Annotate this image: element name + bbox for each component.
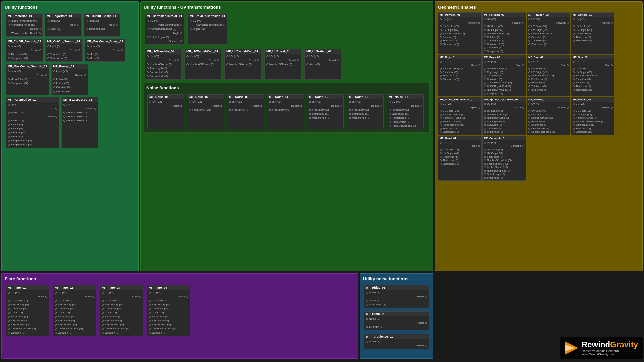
node-row: Sharpness (S) — [440, 162, 480, 166]
node-row: MaskValue (S) — [8, 77, 47, 81]
port-in — [147, 67, 149, 69]
node-title: MF_UVRadialWarp_02 — [225, 49, 261, 54]
port-in — [484, 173, 486, 175]
port-in — [8, 140, 10, 142]
node-row: UV (V2) — [528, 102, 569, 106]
node-mf-bezier: MF_BezierCurve_01 I (S) Bezier Control p… — [61, 97, 98, 148]
port-in — [53, 82, 55, 84]
node-row: Polar Coordinates — [147, 23, 182, 27]
node-row: NumberOfRays (S) — [484, 67, 524, 71]
node-row: UV Origin (V2) — [440, 152, 480, 155]
node-title: MF_Flower_01 — [527, 97, 570, 102]
port-in — [573, 71, 575, 73]
port-in — [309, 117, 311, 119]
port-in — [102, 328, 104, 330]
node-row: Frequency (S) — [389, 108, 422, 112]
port-in — [149, 304, 151, 306]
port-in — [440, 71, 442, 73]
port-out — [45, 74, 47, 76]
port-in — [573, 117, 575, 119]
node-row: UV (V2) — [573, 60, 613, 64]
node-row: UV Scale (V2) — [102, 299, 141, 303]
port-out — [92, 296, 94, 298]
port-in — [266, 55, 268, 57]
port-in — [528, 131, 530, 133]
node-row: UV Scale (V2) — [484, 25, 524, 28]
port-in — [229, 109, 231, 111]
port-in — [528, 82, 530, 84]
port-in — [63, 104, 65, 106]
node-title: MF_Noise_03 — [227, 95, 264, 99]
node-row: UV Origin (V2) — [528, 28, 569, 32]
port-in — [102, 300, 104, 302]
port-out — [260, 105, 262, 107]
node-row: Curvature (S) — [528, 36, 569, 39]
node-row: Result — [47, 23, 79, 27]
node-row: Curvature (S) — [573, 32, 613, 36]
node-row: ImageToPosterize (V3) — [8, 19, 41, 23]
node-row: Sharpness (S) — [573, 39, 613, 43]
port-in — [102, 312, 104, 314]
node-row: RayContrast (S) — [149, 323, 188, 327]
node-row: UV Origin (V2) — [440, 28, 480, 32]
node-row: Flare — [55, 295, 94, 299]
node-row: Thickness (S) — [484, 127, 524, 131]
node-row: Result — [8, 27, 41, 31]
port-in — [484, 170, 486, 172]
node-title: MF_Logarithm_01 — [45, 14, 81, 18]
port-in — [440, 114, 442, 116]
port-in — [484, 71, 486, 73]
port-in — [8, 332, 10, 334]
node-row: Angle — [147, 31, 182, 35]
node-row: UV (V2) — [226, 54, 259, 58]
port-in — [269, 101, 271, 103]
node-noise02: MF_Noise_02 UV (V2) Result Frequency (V2… — [187, 94, 224, 129]
node-title: MF_Flower_02 — [571, 97, 614, 102]
node-row: Rotation (S) — [573, 81, 613, 85]
panel-flare: Flare functions MF_Flare_01 UV (V2) Flar… — [1, 273, 358, 359]
node-row: Polygon — [528, 21, 569, 25]
node-row: Sharpness (S) — [440, 43, 480, 46]
port-in — [528, 124, 530, 126]
port-out — [180, 32, 182, 34]
node-row: Flare — [8, 295, 47, 299]
port-in — [484, 18, 486, 20]
node-row: Threshold (S) — [86, 27, 118, 31]
utility-panel-title: Utility functions — [5, 5, 136, 10]
port-out — [380, 105, 382, 107]
port-in — [573, 89, 575, 91]
port-in — [55, 328, 57, 330]
port-in — [8, 328, 10, 330]
port-out — [55, 116, 57, 118]
port-out — [39, 49, 41, 51]
port-in — [389, 121, 391, 123]
port-in — [53, 86, 55, 88]
node-row: UV Origin (V2) — [573, 71, 613, 74]
node-row: Astroid — [573, 21, 613, 25]
port-out — [522, 107, 524, 109]
node-title: MF_Polygon_03 — [527, 13, 570, 17]
node-row: StartingTurn (S) — [484, 120, 524, 124]
port-out — [116, 24, 118, 26]
node-title: MF_Star_02 — [571, 55, 614, 59]
node-cannabis01: MF_Cannabis_01 UV (V2) Cannabis UV Scale… — [482, 136, 526, 181]
port-in — [573, 61, 575, 63]
port-in — [149, 312, 151, 314]
node-row: Input (V3) — [53, 69, 86, 73]
node-row: Star — [528, 64, 569, 67]
node-row: Threshold (S) — [8, 52, 41, 56]
node-row: RayLength (S) — [8, 319, 47, 323]
utility-nodes-grid: MF_Posterize_01 ImageToPosterize (V3) Nu… — [5, 12, 136, 149]
port-in — [573, 29, 575, 31]
port-in — [147, 71, 149, 73]
node-row: Sharpness (S) — [573, 88, 613, 92]
port-in — [573, 114, 575, 116]
node-row: Lacunarity (S) — [349, 112, 382, 116]
node-row: UV Origin (V2) — [484, 28, 524, 32]
node-row: NumberOfTones (S) — [8, 23, 41, 27]
port-in — [8, 104, 10, 106]
node-row: UV Scale (V2) — [573, 25, 613, 28]
node-row: Pointiness (S) — [440, 155, 480, 159]
port-in — [484, 50, 486, 52]
logo-text-block: Rewind Gravity Gamedev Markus Hermann ww… — [582, 340, 638, 356]
